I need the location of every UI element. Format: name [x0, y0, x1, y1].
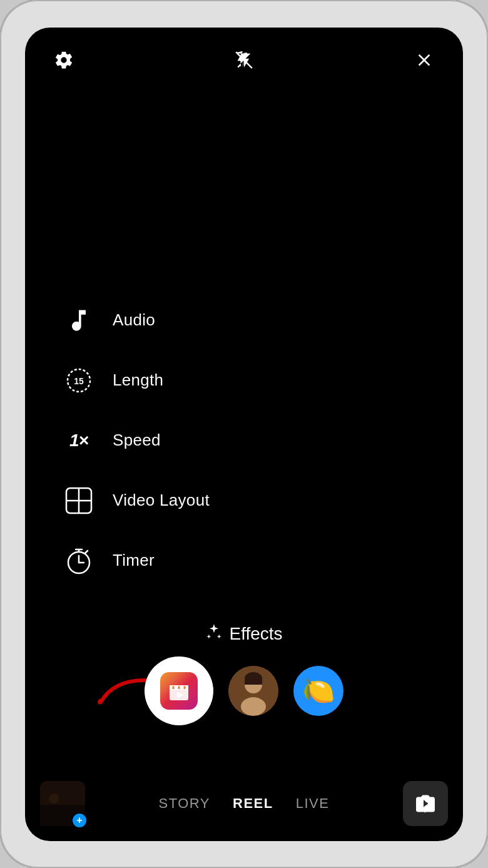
phone-frame: Audio 15 Length 1× Speed — [0, 0, 488, 868]
audio-label: Audio — [113, 310, 155, 330]
timer-label: Timer — [113, 551, 155, 570]
audio-menu-item[interactable]: Audio — [63, 290, 210, 350]
avatar-emoji[interactable]: 🍋 — [293, 666, 343, 716]
effects-label-row[interactable]: Effects — [205, 623, 282, 645]
length-icon: 15 — [63, 364, 95, 397]
speed-menu-item[interactable]: 1× Speed — [63, 411, 210, 471]
live-tab[interactable]: LIVE — [296, 795, 330, 812]
music-icon — [63, 304, 95, 337]
svg-rect-23 — [245, 678, 262, 685]
svg-point-21 — [241, 697, 266, 716]
avatar-person[interactable] — [228, 666, 278, 716]
flip-camera-button[interactable] — [403, 781, 448, 826]
reels-icon-container — [151, 663, 207, 719]
gallery-button[interactable]: + — [40, 781, 85, 826]
reels-icon — [160, 672, 198, 710]
record-button[interactable] — [145, 656, 213, 725]
svg-line-11 — [85, 551, 88, 553]
mode-tabs: STORY REEL LIVE — [159, 795, 330, 812]
close-button[interactable] — [410, 46, 438, 74]
video-layout-label: Video Layout — [113, 491, 210, 510]
camera-menu: Audio 15 Length 1× Speed — [63, 290, 210, 591]
svg-text:15: 15 — [74, 376, 84, 386]
story-tab[interactable]: STORY — [159, 795, 211, 812]
settings-button[interactable] — [50, 46, 78, 74]
svg-rect-15 — [173, 686, 175, 689]
svg-point-26 — [49, 794, 59, 804]
speed-icon: 1× — [63, 424, 95, 457]
timer-icon — [63, 544, 95, 577]
sparkle-icon — [205, 623, 223, 645]
svg-rect-17 — [184, 686, 186, 689]
reel-row: 🍋 — [145, 656, 343, 725]
length-label: Length — [113, 370, 163, 390]
effects-label: Effects — [229, 624, 282, 644]
top-bar — [25, 28, 463, 86]
phone-screen: Audio 15 Length 1× Speed — [25, 28, 463, 841]
video-layout-icon — [63, 484, 95, 517]
speed-label: Speed — [113, 431, 161, 450]
flash-toggle-button[interactable] — [230, 46, 258, 74]
reel-tab[interactable]: REEL — [233, 795, 273, 812]
svg-rect-16 — [178, 686, 180, 689]
length-menu-item[interactable]: 15 Length — [63, 350, 210, 411]
timer-menu-item[interactable]: Timer — [63, 531, 210, 591]
bottom-nav: + STORY REEL LIVE — [25, 766, 463, 841]
effects-area: Effects — [25, 623, 463, 725]
add-to-gallery-badge: + — [71, 812, 88, 829]
video-layout-menu-item[interactable]: Video Layout — [63, 471, 210, 531]
